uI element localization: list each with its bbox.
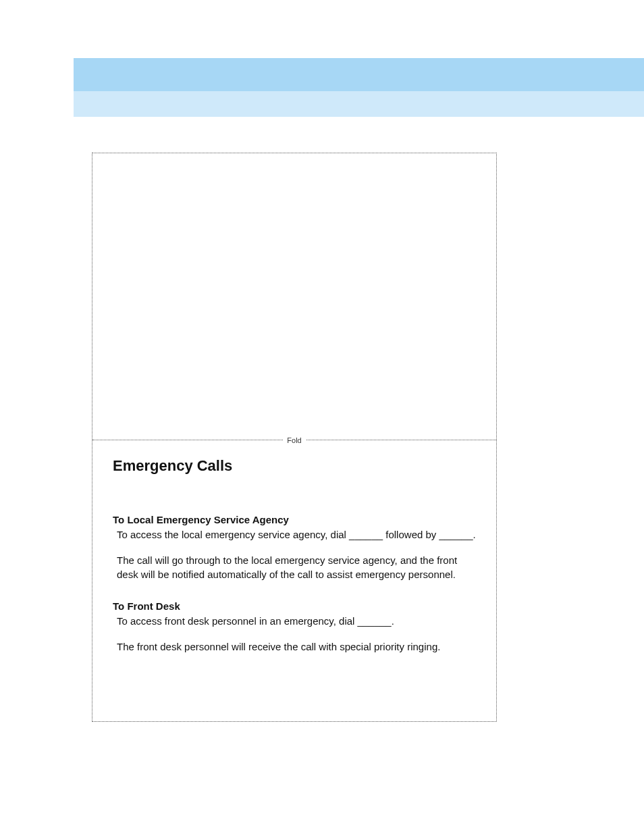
document-page: Fold Emergency Calls To Local Emergency … (0, 0, 644, 834)
content-area: Emergency Calls To Local Emergency Servi… (113, 457, 476, 673)
section-paragraph: To access front desk personnel in an eme… (113, 615, 476, 628)
fold-divider: Fold (92, 434, 496, 446)
header-band-dark (74, 58, 644, 91)
section-paragraph: The call will go through to the local em… (113, 554, 476, 581)
section-title: To Front Desk (113, 600, 476, 612)
section-front-desk: To Front Desk To access front desk perso… (113, 600, 476, 654)
section-local-emergency: To Local Emergency Service Agency To acc… (113, 514, 476, 581)
header-band-light (74, 91, 644, 117)
section-paragraph: To access the local emergency service ag… (113, 528, 476, 542)
card-frame: Fold Emergency Calls To Local Emergency … (92, 153, 497, 722)
page-title: Emergency Calls (113, 457, 476, 475)
fold-label: Fold (283, 434, 305, 446)
section-title: To Local Emergency Service Agency (113, 514, 476, 525)
section-paragraph: The front desk personnel will receive th… (113, 640, 476, 654)
